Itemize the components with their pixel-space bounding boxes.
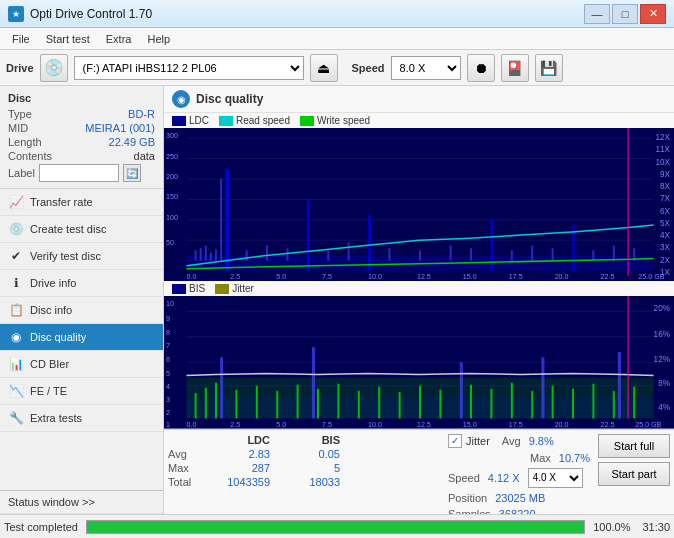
svg-rect-39 — [266, 245, 268, 260]
max-ldc-value: 287 — [208, 462, 278, 474]
fe-te-icon: 📉 — [8, 383, 24, 399]
nav-status-window[interactable]: Status window >> — [0, 490, 163, 514]
drive-icon-button[interactable]: 💿 — [40, 54, 68, 82]
disc-info-icon: 📋 — [8, 302, 24, 318]
disc-info-section: Disc Type BD-R MID MEIRA1 (001) Length 2… — [0, 86, 163, 189]
close-button[interactable]: ✕ — [640, 4, 666, 24]
chart-area: ◉ Disc quality LDC Read speed Write spee… — [164, 86, 674, 514]
nav-create-test-disc-label: Create test disc — [30, 223, 106, 235]
app-icon: ★ — [8, 6, 24, 22]
svg-text:11X: 11X — [655, 145, 670, 154]
svg-text:4: 4 — [166, 383, 170, 391]
nav-cd-bier-label: CD BIer — [30, 358, 69, 370]
nav-fe-te-label: FE / TE — [30, 385, 67, 397]
jitter-max-row: Max 10.7% — [448, 452, 590, 464]
drive-select[interactable]: (F:) ATAPI iHBS112 2 PL06 — [74, 56, 304, 80]
length-value: 22.49 GB — [109, 136, 155, 148]
disc-section-title: Disc — [8, 92, 155, 104]
avg-ldc-value: 2.83 — [208, 448, 278, 460]
start-full-button[interactable]: Start full — [598, 434, 670, 458]
svg-text:25.0 GB: 25.0 GB — [635, 421, 661, 429]
svg-rect-38 — [246, 250, 248, 260]
svg-text:2.5: 2.5 — [230, 273, 240, 281]
mid-value: MEIRA1 (001) — [85, 122, 155, 134]
svg-text:5.0: 5.0 — [276, 273, 286, 281]
svg-text:17.5: 17.5 — [509, 273, 523, 281]
drive-label: Drive — [6, 62, 34, 74]
svg-text:5.0: 5.0 — [276, 421, 286, 429]
svg-rect-46 — [470, 248, 472, 260]
svg-rect-47 — [511, 250, 513, 260]
svg-rect-103 — [378, 387, 380, 419]
disc-quality-header: ◉ Disc quality — [164, 86, 674, 113]
jitter-checkbox[interactable]: ✓ — [448, 434, 462, 448]
svg-rect-100 — [317, 389, 319, 419]
maximize-button[interactable]: □ — [612, 4, 638, 24]
jitter-avg-value: 9.8% — [529, 435, 554, 447]
svg-text:3X: 3X — [660, 243, 671, 252]
read-speed-legend-label: Read speed — [236, 115, 290, 126]
svg-text:10: 10 — [166, 300, 174, 308]
chart1-legend: LDC Read speed Write speed — [164, 113, 674, 128]
length-label: Length — [8, 136, 42, 148]
max-label: Max — [168, 462, 208, 474]
menu-start-test[interactable]: Start test — [38, 31, 98, 47]
svg-rect-96 — [235, 390, 237, 419]
main-area: Disc Type BD-R MID MEIRA1 (001) Length 2… — [0, 86, 674, 514]
position-section: Position 23025 MB — [448, 492, 590, 504]
jitter-label-text: Jitter — [466, 435, 490, 447]
menu-extra[interactable]: Extra — [98, 31, 140, 47]
svg-rect-49 — [552, 248, 554, 260]
speed-section-label: Speed — [448, 472, 480, 484]
save-button[interactable]: 💾 — [535, 54, 563, 82]
speed-section: Speed 4.12 X 4.0 X 2.0 X 8.0 X — [448, 468, 590, 488]
svg-text:4%: 4% — [658, 403, 670, 412]
drive-info-icon: ℹ — [8, 275, 24, 291]
nav-transfer-rate[interactable]: 📈 Transfer rate — [0, 189, 163, 216]
type-value: BD-R — [128, 108, 155, 120]
svg-rect-45 — [450, 245, 452, 260]
card-button[interactable]: 🎴 — [501, 54, 529, 82]
svg-text:7.5: 7.5 — [322, 273, 332, 281]
svg-text:5: 5 — [166, 370, 170, 378]
svg-text:9: 9 — [166, 315, 170, 323]
svg-text:0.0: 0.0 — [186, 273, 196, 281]
svg-rect-93 — [195, 393, 197, 418]
svg-rect-89 — [312, 347, 315, 418]
nav-drive-info[interactable]: ℹ Drive info — [0, 270, 163, 297]
verify-test-disc-icon: ✔ — [8, 248, 24, 264]
nav-disc-quality[interactable]: ◉ Disc quality — [0, 324, 163, 351]
nav-disc-info[interactable]: 📋 Disc info — [0, 297, 163, 324]
jitter-section: ✓ Jitter Avg 9.8% — [448, 434, 590, 448]
record-button[interactable]: ⏺ — [467, 54, 495, 82]
svg-text:3: 3 — [166, 396, 170, 404]
start-part-button[interactable]: Start part — [598, 462, 670, 486]
svg-rect-112 — [572, 389, 574, 419]
nav-verify-test-disc[interactable]: ✔ Verify test disc — [0, 243, 163, 270]
ldc-legend-label: LDC — [189, 115, 209, 126]
nav-transfer-rate-label: Transfer rate — [30, 196, 93, 208]
label-input[interactable] — [39, 164, 119, 182]
speed-select[interactable]: 8.0 X — [391, 56, 461, 80]
nav-cd-bier[interactable]: 📊 CD BIer — [0, 351, 163, 378]
minimize-button[interactable]: — — [584, 4, 610, 24]
menu-file[interactable]: File — [4, 31, 38, 47]
nav-extra-tests[interactable]: 🔧 Extra tests — [0, 405, 163, 432]
nav-fe-te[interactable]: 📉 FE / TE — [0, 378, 163, 405]
progress-bar-inner — [87, 521, 584, 533]
speed-selector[interactable]: 4.0 X 2.0 X 8.0 X — [528, 468, 583, 488]
eject-button[interactable]: ⏏ — [310, 54, 338, 82]
menu-help[interactable]: Help — [139, 31, 178, 47]
mid-label: MID — [8, 122, 28, 134]
svg-rect-94 — [205, 388, 207, 419]
label-refresh-button[interactable]: 🔄 — [123, 164, 141, 182]
svg-text:50: 50 — [166, 239, 174, 247]
svg-rect-33 — [200, 248, 202, 260]
nav-create-test-disc[interactable]: 💿 Create test disc — [0, 216, 163, 243]
svg-text:16%: 16% — [654, 330, 670, 339]
avg-label: Avg — [168, 448, 208, 460]
status-window-label: Status window >> — [8, 496, 95, 508]
action-buttons: Start full Start part — [598, 434, 670, 514]
disc-quality-icon: ◉ — [8, 329, 24, 345]
svg-rect-105 — [419, 386, 421, 419]
